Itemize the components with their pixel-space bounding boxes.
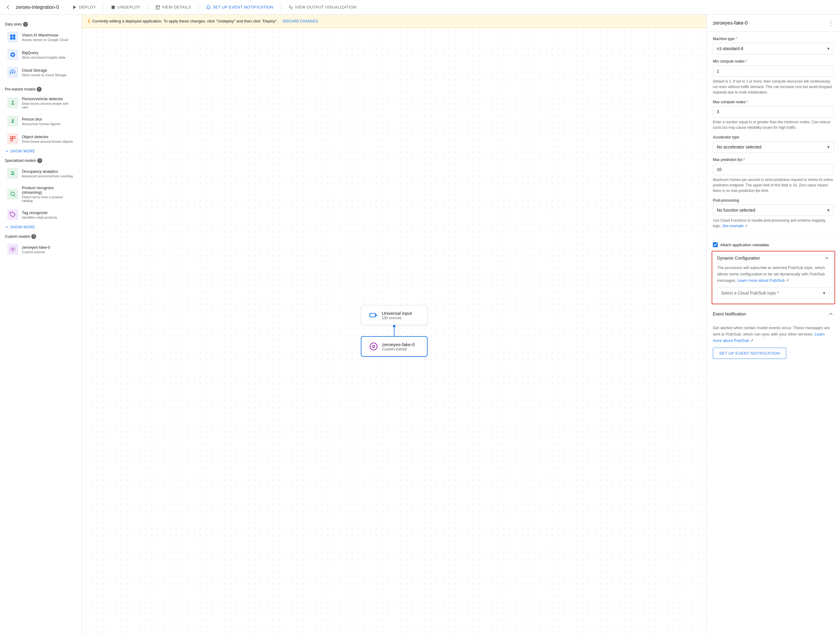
top-navigation: zeroes-integration-0 DEPLOY UNDEPLOY VIE… — [0, 0, 840, 14]
svg-point-10 — [12, 54, 14, 56]
max-fps-field: Max prediction fps * Maximum frames per … — [713, 158, 834, 193]
event-notification-header[interactable]: Event Notification — [707, 307, 840, 321]
sidebar-item-occupancy[interactable]: Occupancy analytics Advanced person/vehi… — [2, 165, 79, 182]
right-panel-title: zeroeyes-fake-0 — [713, 21, 748, 26]
svg-rect-2 — [156, 5, 159, 9]
dynamic-config-section: Dynamic Configuration The processor will… — [712, 251, 835, 304]
canvas-area: ℹ Currently editing a deployed applicati… — [82, 14, 706, 634]
back-button[interactable] — [5, 4, 11, 10]
svg-marker-0 — [73, 5, 76, 9]
setup-event-notification-button[interactable]: SET UP EVENT NOTIFICATION — [713, 348, 786, 359]
svg-rect-14 — [11, 137, 13, 139]
warning-icon: ℹ — [88, 18, 90, 24]
sidebar-item-object-detector[interactable]: Object detector Draw boxes around known … — [2, 130, 79, 147]
model-node[interactable]: zeroeyes-fake-0 Custom-trained — [361, 336, 428, 357]
undeploy-button[interactable]: UNDEPLOY — [107, 2, 144, 12]
sidebar-item-cloud-storage[interactable]: Cloud Storage Store results to Cloud Sto… — [2, 64, 79, 81]
svg-rect-6 — [13, 35, 16, 37]
see-example-link[interactable]: See example — [722, 224, 744, 228]
postprocessing-field: Post-processing No function selected ▼ U… — [713, 198, 834, 229]
svg-point-22 — [12, 249, 14, 250]
max-nodes-field: Max compute nodes * Enter a number equal… — [713, 100, 834, 130]
event-notification-collapse-icon — [828, 311, 834, 317]
postprocessing-select[interactable]: No function selected — [713, 204, 834, 216]
person-blur-icon — [7, 116, 18, 126]
pubsub-topic-select[interactable]: Select a Cloud Pub/Sub topic * — [717, 287, 830, 299]
person-vehicle-icon — [7, 98, 18, 108]
svg-point-19 — [11, 192, 14, 196]
pubsub-select-wrapper: Select a Cloud Pub/Sub topic * ▼ — [717, 287, 830, 299]
machine-type-select[interactable]: n1-standard-8 n1-standard-4 n1-standard-… — [713, 43, 834, 54]
dynamic-config-collapse-icon — [824, 255, 830, 261]
bigquery-icon — [7, 49, 18, 60]
pretrained-help-icon[interactable]: ? — [37, 87, 41, 92]
attach-metadata-label: Attach application metadata — [720, 243, 769, 247]
max-nodes-input[interactable] — [713, 106, 834, 117]
universal-input-icon — [368, 310, 378, 320]
event-notification-section: Event Notification Get alerted when cert… — [707, 307, 840, 365]
attach-metadata-row: Attach application metadata — [713, 242, 834, 247]
svg-rect-5 — [10, 35, 13, 37]
custom-models-section-title: Custom models ? — [0, 232, 82, 240]
attach-metadata-checkbox[interactable] — [713, 242, 718, 247]
dynamic-config-body: The processor will subscribe to selected… — [712, 265, 835, 304]
model-icon — [369, 342, 379, 351]
warning-banner: ℹ Currently editing a deployed applicati… — [82, 14, 706, 28]
svg-rect-23 — [369, 313, 376, 317]
view-details-button[interactable]: VIEW DETAILS — [152, 2, 195, 12]
svg-rect-16 — [11, 139, 13, 141]
right-panel-header: zeroeyes-fake-0 ⋮ — [707, 14, 840, 32]
specialized-section-title: Specialized models ? — [0, 156, 82, 164]
accel-type-select[interactable]: No accelerator selected NVIDIA Tesla T4 … — [713, 141, 834, 153]
dynamic-config-header[interactable]: Dynamic Configuration — [712, 251, 835, 265]
data-sinks-section-title: Data sinks ? — [0, 19, 82, 28]
app-title: zeroes-integration-0 — [16, 5, 59, 10]
sidebar-item-vision-ai-warehouse[interactable]: Vision AI Warehouse Assets stored on Goo… — [2, 28, 79, 46]
sidebar-item-person-blur[interactable]: Person blur Anonymize human figures — [2, 113, 79, 130]
specialized-help-icon[interactable]: ? — [37, 158, 42, 163]
svg-point-18 — [13, 172, 14, 173]
max-fps-input[interactable] — [713, 164, 834, 175]
object-detector-icon — [7, 133, 18, 144]
machine-type-section: Machine type * n1-standard-8 n1-standard… — [707, 32, 840, 239]
cloud-storage-icon — [7, 67, 18, 78]
pubsub-learn-more-link[interactable]: Learn more about Pub/Sub — [737, 278, 785, 283]
view-output-button[interactable]: VIEW OUTPUT VISUALIZATION — [285, 2, 360, 12]
flow-container: Universal input 100 sources zeroeyes-fak… — [361, 305, 428, 357]
svg-rect-15 — [13, 137, 15, 139]
more-options-button[interactable]: ⋮ — [828, 19, 834, 27]
data-sinks-help-icon[interactable]: ? — [23, 22, 28, 27]
universal-input-node[interactable]: Universal input 100 sources — [361, 305, 428, 325]
pretrained-section-title: Pre-trained models ? — [0, 84, 82, 93]
deploy-button[interactable]: DEPLOY — [69, 2, 99, 12]
custom-help-icon[interactable]: ? — [31, 234, 36, 239]
event-notification-body: Get alerted when certain model events oc… — [707, 321, 840, 347]
machine-type-field: Machine type * n1-standard-8 n1-standard… — [713, 37, 834, 54]
accel-type-field: Accelerator type No accelerator selected… — [713, 135, 834, 153]
canvas[interactable]: Universal input 100 sources zeroeyes-fak… — [82, 28, 706, 634]
show-more-pretrained[interactable]: SHOW MORE — [0, 148, 82, 155]
product-recognize-icon — [7, 188, 18, 199]
sidebar-item-product-recognize[interactable]: Product recognize (streaming) Detect ite… — [2, 182, 79, 206]
setup-event-notification-button-nav[interactable]: SET UP EVENT NOTIFICATION — [202, 2, 277, 12]
flow-connector — [393, 325, 395, 336]
svg-point-17 — [11, 172, 13, 173]
sidebar-item-tag-recognizer[interactable]: Tag recognizer Identifies retail product… — [2, 206, 79, 223]
svg-rect-1 — [112, 5, 115, 9]
vision-ai-icon — [7, 32, 18, 43]
min-nodes-input[interactable] — [713, 65, 834, 77]
zeroeyes-icon — [7, 244, 18, 255]
show-more-specialized[interactable]: SHOW MORE — [0, 224, 82, 231]
sidebar-item-bigquery[interactable]: BigQuery Store structured insights data — [2, 46, 79, 63]
sidebar-item-person-vehicle[interactable]: Person/vehicle detector Draw boxes aroun… — [2, 93, 79, 112]
sidebar-item-zeroeyes[interactable]: zeroeyes-fake-0 Custom-trained — [2, 241, 79, 258]
discard-changes-link[interactable]: DISCARD CHANGES — [283, 19, 318, 24]
svg-line-20 — [14, 195, 16, 197]
occupancy-icon — [7, 168, 18, 179]
tag-recognizer-icon — [7, 209, 18, 220]
svg-rect-7 — [10, 37, 13, 40]
min-nodes-field: Min compute nodes * Default is 1. If set… — [713, 59, 834, 95]
svg-point-12 — [12, 119, 14, 121]
sidebar: Data sinks ? Vision AI Warehouse Assets … — [0, 14, 82, 634]
svg-point-11 — [12, 101, 14, 102]
